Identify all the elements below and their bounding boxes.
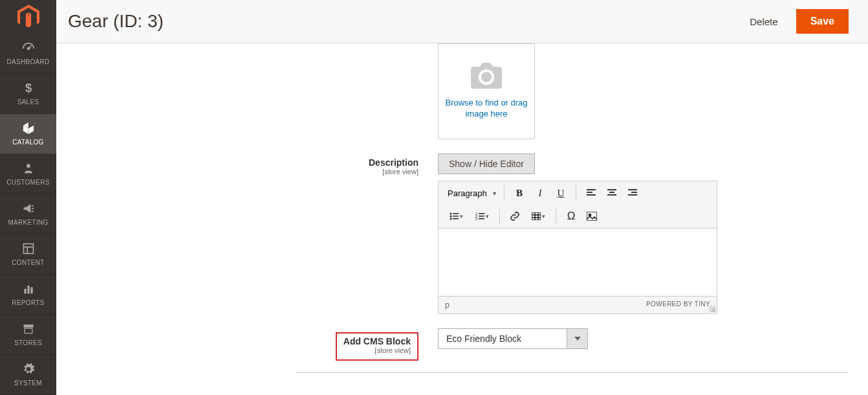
layout-icon <box>22 241 35 256</box>
svg-rect-4 <box>23 244 33 254</box>
dollar-icon: $ <box>22 80 35 96</box>
sidebar-item-reports[interactable]: Reports <box>0 275 56 315</box>
description-scope: [store view] <box>76 168 418 175</box>
sidebar-item-stores[interactable]: Stores <box>0 315 56 355</box>
editor-statusbar: p POWERED BY TINY <box>439 296 717 313</box>
page-title: Gear (ID: 3) <box>68 11 164 32</box>
person-icon <box>23 161 34 176</box>
link-button[interactable] <box>505 207 525 225</box>
browse-link[interactable]: Browse to find or drag image here <box>445 98 528 120</box>
svg-rect-31 <box>479 216 484 217</box>
sidebar-label: Marketing <box>8 219 48 226</box>
svg-rect-7 <box>24 289 26 294</box>
svg-rect-33 <box>532 212 541 220</box>
editor-branding: POWERED BY TINY <box>646 300 710 310</box>
sidebar-item-dashboard[interactable]: Dashboard <box>0 34 56 74</box>
svg-point-23 <box>450 218 451 220</box>
sidebar-label: System <box>14 379 42 387</box>
sidebar-label: Customers <box>6 179 49 186</box>
editor-toolbar: Paragraph B I U 123 <box>439 181 717 229</box>
svg-line-1 <box>28 45 32 49</box>
admin-sidebar: Dashboard $ Sales Catalog Customers Mark… <box>0 0 56 392</box>
cube-icon <box>21 120 36 136</box>
image-button[interactable] <box>582 207 602 225</box>
underline-button[interactable]: U <box>551 184 570 202</box>
sidebar-label: Sales <box>17 98 39 106</box>
sidebar-label: Dashboard <box>6 58 49 65</box>
svg-rect-25 <box>453 216 459 217</box>
sidebar-item-content[interactable]: Content <box>0 234 56 275</box>
bold-button[interactable]: B <box>510 184 529 202</box>
sidebar-label: Reports <box>12 299 44 306</box>
cms-block-value[interactable]: Eco Friendly Block <box>438 328 567 349</box>
svg-rect-30 <box>479 213 484 214</box>
cms-block-scope: [store view] <box>343 346 411 354</box>
svg-rect-9 <box>30 288 32 294</box>
svg-point-22 <box>450 216 451 218</box>
save-button[interactable]: Save <box>796 9 849 34</box>
wysiwyg-editor: Paragraph B I U 123 <box>438 181 717 314</box>
svg-point-11 <box>480 71 493 84</box>
gauge-icon <box>21 40 36 56</box>
camera-icon <box>470 63 503 89</box>
svg-rect-10 <box>25 328 32 333</box>
delete-button[interactable]: Delete <box>750 16 777 27</box>
cms-block-label-highlight: Add CMS Block [store view] <box>336 332 418 361</box>
svg-rect-32 <box>479 218 484 220</box>
format-select[interactable]: Paragraph <box>444 186 499 201</box>
bars-icon <box>22 281 35 297</box>
bullet-list-button[interactable] <box>444 207 468 225</box>
main-content: Gear (ID: 3) Delete Save Browse to find … <box>56 0 868 392</box>
cms-block-label: Add CMS Block <box>343 336 411 346</box>
header-actions: Delete Save <box>750 9 849 34</box>
svg-rect-38 <box>587 212 597 221</box>
resize-grip-icon[interactable] <box>709 306 715 312</box>
svg-text:3: 3 <box>475 217 477 220</box>
svg-rect-26 <box>453 218 459 220</box>
table-button[interactable] <box>526 207 550 225</box>
svg-point-21 <box>450 213 451 215</box>
editor-content-area[interactable] <box>439 229 717 296</box>
sidebar-item-system[interactable]: System <box>0 355 56 392</box>
cms-block-select[interactable]: Eco Friendly Block <box>438 328 588 349</box>
gear-icon <box>22 361 35 377</box>
svg-rect-8 <box>27 286 29 294</box>
italic-button[interactable]: I <box>530 184 550 202</box>
align-left-button[interactable] <box>581 184 601 202</box>
page-header: Gear (ID: 3) Delete Save <box>56 0 868 43</box>
description-label: Description <box>369 157 418 168</box>
sidebar-label: Content <box>12 259 44 266</box>
numbered-list-button[interactable]: 123 <box>470 207 494 225</box>
special-char-button[interactable]: Ω <box>561 207 581 225</box>
sidebar-item-sales[interactable]: $ Sales <box>0 74 56 114</box>
category-image-upload[interactable]: Browse to find or drag image here <box>438 43 535 139</box>
toggle-editor-button[interactable]: Show / Hide Editor <box>438 153 535 174</box>
sidebar-item-marketing[interactable]: Marketing <box>0 194 56 234</box>
sidebar-label: Catalog <box>12 139 43 146</box>
sidebar-item-customers[interactable]: Customers <box>0 154 56 194</box>
align-right-button[interactable] <box>623 184 642 202</box>
form-content: Browse to find or drag image here Descri… <box>56 43 868 392</box>
sidebar-item-catalog[interactable]: Catalog <box>0 114 56 154</box>
megaphone-icon <box>21 201 36 216</box>
svg-rect-24 <box>453 213 459 214</box>
editor-path: p <box>445 300 450 310</box>
svg-point-3 <box>27 164 30 168</box>
chevron-down-icon[interactable] <box>567 328 588 349</box>
sidebar-label: Stores <box>14 339 42 346</box>
magento-logo[interactable] <box>0 0 56 34</box>
storefront-icon <box>21 321 36 337</box>
svg-text:$: $ <box>25 81 31 95</box>
align-center-button[interactable] <box>602 184 622 202</box>
